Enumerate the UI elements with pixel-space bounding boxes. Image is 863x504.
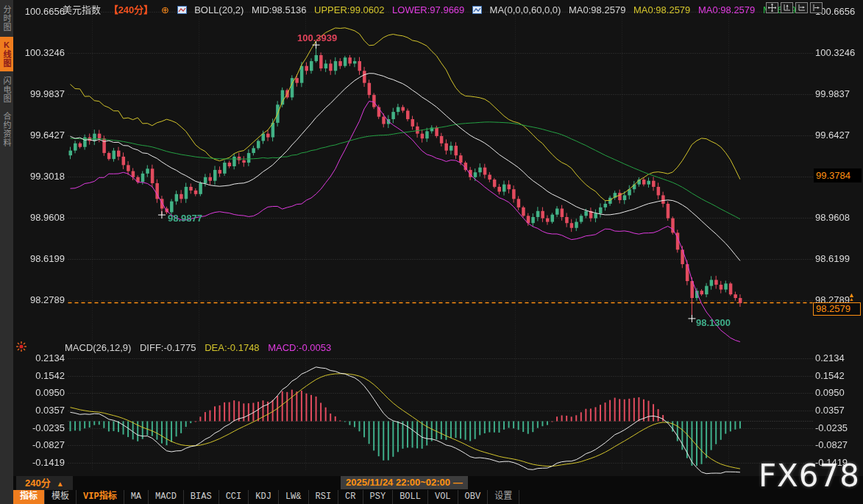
price-scroll-arrows[interactable]: ▲▲ bbox=[848, 293, 855, 302]
macd-y-label-left: -0.0827 bbox=[18, 439, 65, 450]
sidebar-tab-4[interactable]: 合约资料 bbox=[0, 108, 13, 151]
macd-y-label-left: 0.1542 bbox=[18, 370, 65, 381]
macd-y-label-left: -0.1419 bbox=[18, 457, 65, 468]
macd-y-label-right: -0.0827 bbox=[815, 439, 862, 450]
toolbar-button-BOLL[interactable]: BOLL bbox=[393, 490, 428, 504]
low-annotation-2: 98.1300 bbox=[696, 317, 731, 328]
main-y-label-left: 99.6427 bbox=[18, 129, 65, 141]
macd-params-label: MACD(26,12,9) bbox=[65, 342, 131, 353]
toolbar-button-LW&[interactable]: LW& bbox=[279, 490, 309, 504]
macd-y-label-right: 0.0950 bbox=[815, 387, 862, 398]
symbol-name: 美元指数 bbox=[63, 4, 101, 15]
main-y-label-left: 98.6199 bbox=[18, 253, 65, 264]
indicator-chart-icon[interactable] bbox=[472, 5, 482, 16]
ma-params-label: MA(0,0,0,60,0,0) bbox=[490, 4, 561, 15]
chart-header: 美元指数 【240分】 ⊕ BOLL(20,2) MID:98.5136 UPP… bbox=[63, 2, 801, 14]
indicator-chart-icon[interactable] bbox=[177, 5, 187, 16]
toolbar-button-MACD[interactable]: MACD bbox=[149, 490, 184, 504]
toolbar-button-设置[interactable]: 设置 bbox=[488, 490, 519, 504]
boll-upper-value: UPPER:99.0602 bbox=[314, 4, 384, 15]
chevron-up-icon: ▲ bbox=[57, 480, 64, 488]
main-y-label-right: 99.9837 bbox=[815, 88, 862, 99]
toolbar-button-CR[interactable]: CR bbox=[338, 490, 363, 504]
expand-icon[interactable]: ⊕ bbox=[161, 4, 169, 15]
macd-y-label-right: 0.0357 bbox=[815, 405, 862, 416]
low-annotation-1: 98.9877 bbox=[168, 213, 202, 224]
toolbar-button-KDJ[interactable]: KDJ bbox=[249, 490, 279, 504]
main-y-label-left: 100.6656 bbox=[18, 6, 65, 17]
toolbar-button-PSY[interactable]: PSY bbox=[363, 490, 394, 504]
toolbar-button-模板[interactable]: 模板 bbox=[45, 490, 77, 504]
main-y-label-left: 98.2789 bbox=[18, 294, 65, 305]
macd-value: MACD:-0.0053 bbox=[268, 342, 331, 353]
main-y-label-left: 98.9608 bbox=[18, 212, 65, 223]
left-sidebar: 分时图K线图闪电图合约资料 bbox=[0, 0, 13, 504]
app-window: 分时图K线图闪电图合约资料 美元指数 【240分】 ⊕ BOLL(20,2) M… bbox=[0, 0, 863, 504]
toolbar-button-OBV[interactable]: OBV bbox=[458, 490, 489, 504]
main-y-label-right: 98.6199 bbox=[815, 253, 862, 264]
ma0-value-2: MA0:98.2579 bbox=[633, 4, 690, 15]
boll-lower-value: LOWER:97.9669 bbox=[392, 4, 464, 15]
high-annotation: 100.3939 bbox=[297, 32, 337, 43]
macd-y-label-left: -0.0235 bbox=[18, 422, 65, 433]
scale-y-axis-icon[interactable] bbox=[781, 2, 793, 13]
main-y-label-right: 99.6427 bbox=[815, 129, 862, 141]
macd-y-label-left: 0.0357 bbox=[18, 405, 65, 416]
toolbar-button-指标[interactable]: 指标 bbox=[13, 490, 45, 504]
boll-label: BOLL(20,2) bbox=[194, 4, 244, 15]
period-selector-button[interactable]: 240分▲ bbox=[16, 476, 73, 490]
watermark: FX678 bbox=[759, 458, 860, 494]
time-axis-row: 240分▲ 2025/11/24 22:00~02:00 — bbox=[13, 476, 863, 490]
toolbar-button-BIAS[interactable]: BIAS bbox=[184, 490, 219, 504]
toolbar-button-CCI[interactable]: CCI bbox=[219, 490, 249, 504]
macd-diff-value: DIFF:-0.1775 bbox=[140, 342, 196, 353]
toolbar-button-RSI[interactable]: RSI bbox=[309, 490, 339, 504]
indicator-toolbar: 指标模板VIP指标MAMACDBIASCCIKDJLW&RSICRPSYBOLL… bbox=[13, 490, 863, 504]
crosshair-icon[interactable] bbox=[766, 2, 778, 13]
toolbar-button-MA[interactable]: MA bbox=[124, 490, 149, 504]
window-icons bbox=[766, 2, 823, 13]
sidebar-tab-2[interactable]: K线图 bbox=[0, 37, 13, 71]
sidebar-tab-1[interactable]: 分时图 bbox=[0, 1, 13, 35]
selected-candle-time-label: 2025/11/24 22:00~02:00 — bbox=[341, 476, 468, 489]
main-y-label-left: 100.3246 bbox=[18, 47, 65, 58]
ma0-value-3: MA0:98.2579 bbox=[698, 4, 755, 15]
current-price-box: 98.2579 bbox=[813, 302, 861, 316]
ma0-value-1: MA0:98.2579 bbox=[569, 4, 625, 15]
main-y-label-right: 100.3246 bbox=[815, 47, 862, 58]
macd-dea-value: DEA:-0.1748 bbox=[205, 342, 259, 353]
price-chart-canvas[interactable] bbox=[0, 0, 863, 504]
upper-price-badge: 99.3784 bbox=[814, 168, 862, 182]
main-y-label-right: 98.9608 bbox=[815, 212, 862, 223]
boll-mid-value: MID:98.5136 bbox=[252, 4, 306, 15]
macd-y-label-left: 0.0950 bbox=[18, 387, 65, 398]
main-y-label-left: 99.9837 bbox=[18, 88, 65, 99]
scale-x-axis-icon[interactable] bbox=[795, 2, 808, 13]
sidebar-tab-3[interactable]: 闪电图 bbox=[0, 73, 13, 107]
starburst-icon[interactable] bbox=[16, 341, 26, 355]
macd-y-label-right: -0.0235 bbox=[815, 422, 862, 433]
macd-y-label-right: 0.2134 bbox=[815, 352, 862, 363]
macd-y-label-right: 0.1542 bbox=[815, 370, 862, 381]
main-y-label-left: 99.3018 bbox=[18, 171, 65, 182]
toolbar-button-VOL[interactable]: VOL bbox=[428, 490, 458, 504]
macd-header: MACD(26,12,9) DIFF:-0.1775 DEA:-0.1748 M… bbox=[65, 342, 337, 353]
shift-right-icon[interactable] bbox=[810, 2, 823, 13]
toolbar-button-VIP指标[interactable]: VIP指标 bbox=[77, 490, 124, 504]
period-label: 【240分】 bbox=[109, 4, 154, 15]
